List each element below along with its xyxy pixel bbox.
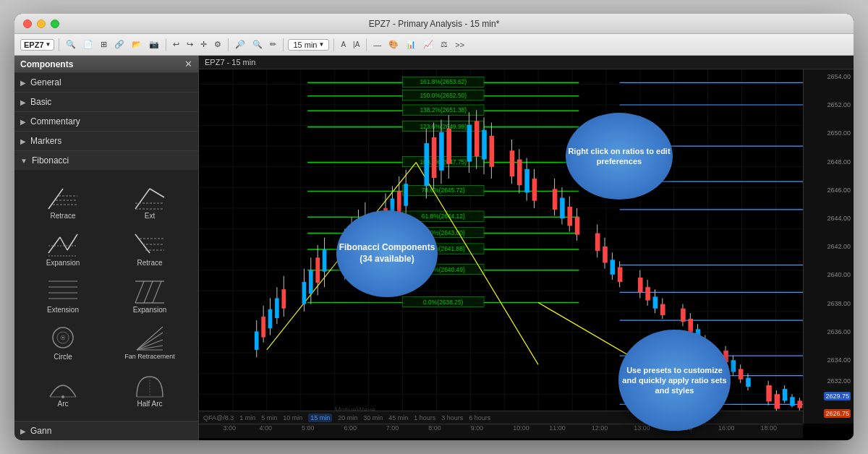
svg-rect-197 bbox=[645, 287, 650, 300]
time-600: 6:00 bbox=[344, 424, 357, 432]
commentary-section: ▶ Commentary bbox=[14, 112, 198, 132]
time-500: 5:00 bbox=[302, 424, 315, 432]
draw-button[interactable]: ✏ bbox=[268, 38, 278, 51]
time-1800: 18:00 bbox=[761, 424, 778, 432]
redo-button[interactable]: ↪ bbox=[184, 38, 195, 51]
fib-ext1-item[interactable]: Ext bbox=[107, 179, 192, 224]
symbol-selector[interactable]: EPZ7 ▼ bbox=[20, 39, 54, 51]
chart-area[interactable]: EPZ7 - 15 min bbox=[199, 56, 854, 440]
svg-rect-157 bbox=[432, 137, 437, 178]
fib-circle-icon bbox=[47, 324, 79, 351]
general-header[interactable]: ▶ General bbox=[14, 73, 198, 92]
price-2652: 2652.00 bbox=[827, 101, 851, 108]
sidebar-close-button[interactable]: ✕ bbox=[184, 59, 192, 69]
fib-extension-item[interactable]: Extension bbox=[20, 273, 106, 318]
svg-rect-155 bbox=[424, 143, 429, 186]
right-click-callout-text: Right click on ratios to edit preference… bbox=[566, 146, 673, 167]
symbol-label: EPZ7 bbox=[24, 40, 44, 49]
bottom-30min: 30 min bbox=[363, 414, 383, 421]
layout-button[interactable]: ⊞ bbox=[98, 38, 109, 51]
price-2640: 2640.00 bbox=[827, 271, 851, 278]
open-button[interactable]: 📂 bbox=[129, 38, 144, 51]
fib-circle-item[interactable]: Circle bbox=[20, 320, 106, 365]
svg-line-0 bbox=[48, 189, 63, 209]
minimize-button[interactable] bbox=[37, 20, 46, 28]
gann-label: Gann bbox=[30, 426, 51, 436]
fib-retrace1-item[interactable]: Retrace bbox=[20, 179, 106, 224]
camera-button[interactable]: 📷 bbox=[147, 38, 161, 51]
svg-line-23 bbox=[153, 281, 161, 303]
markers-header[interactable]: ▶ Markers bbox=[14, 132, 198, 150]
svg-point-36 bbox=[61, 395, 64, 398]
fibonacci-callout-text: Fibonacci Components(34 available) bbox=[339, 242, 435, 265]
symbol-dropdown-icon: ▼ bbox=[46, 41, 51, 48]
svg-line-9 bbox=[60, 237, 67, 250]
fib-expansion2-icon bbox=[134, 277, 166, 304]
zoom-in-button[interactable]: 🔎 bbox=[233, 38, 247, 51]
svg-line-22 bbox=[144, 281, 153, 303]
title-bar: EPZ7 - Primary Analysis - 15 min* bbox=[14, 14, 854, 34]
search-button[interactable]: 🔍 bbox=[64, 38, 78, 51]
fibonacci-header[interactable]: ▼ Fibonacci bbox=[14, 151, 198, 170]
svg-rect-205 bbox=[688, 319, 693, 332]
undo-button[interactable]: ↩ bbox=[171, 38, 182, 51]
fib-half-arc-item[interactable]: Half Arc bbox=[107, 367, 192, 412]
fib-half-arc-label: Half Arc bbox=[137, 400, 162, 408]
fib-arc-item[interactable]: Arc bbox=[20, 367, 106, 412]
toolbar-sep-1 bbox=[59, 38, 59, 51]
basic-section: ▶ Basic bbox=[14, 93, 198, 112]
basic-header[interactable]: ▶ Basic bbox=[14, 93, 198, 111]
time-700: 7:00 bbox=[386, 424, 399, 432]
more-button[interactable]: >> bbox=[453, 39, 467, 51]
link-button[interactable]: 🔗 bbox=[112, 38, 127, 51]
color-button[interactable]: 🎨 bbox=[386, 38, 401, 51]
svg-rect-169 bbox=[490, 136, 495, 167]
timeframe-dropdown-icon: ▼ bbox=[318, 41, 324, 48]
fib-expansion1-icon bbox=[47, 230, 79, 257]
settings-button[interactable]: ⚙ bbox=[212, 38, 224, 51]
fib-retrace2-item[interactable]: Retrace bbox=[107, 226, 192, 271]
new-chart-button[interactable]: 📄 bbox=[81, 38, 95, 51]
svg-rect-151 bbox=[397, 191, 401, 213]
svg-rect-123 bbox=[261, 317, 265, 338]
crosshair-button[interactable]: ✛ bbox=[198, 38, 209, 51]
toolbar-sep-3 bbox=[228, 38, 229, 51]
svg-line-10 bbox=[67, 234, 77, 250]
indicator-button[interactable]: 📈 bbox=[421, 38, 435, 51]
zoom-out-button[interactable]: 🔍 bbox=[250, 38, 265, 51]
components-sidebar: Components ✕ ▶ General ▶ Basic bbox=[14, 56, 199, 440]
gann-header[interactable]: ▶ Gann bbox=[14, 421, 198, 440]
chart-canvas: 161.8%(2653.62) 150.0%(2652.50) 138.2%(2… bbox=[199, 69, 854, 438]
fib-expansion2-label: Expansion bbox=[133, 306, 167, 314]
svg-text:0.0%(2638.25): 0.0%(2638.25) bbox=[423, 298, 463, 305]
price-2626-highlight: 2626.75 bbox=[824, 409, 851, 418]
svg-rect-129 bbox=[281, 289, 286, 309]
close-button[interactable] bbox=[23, 20, 32, 28]
timeframe-selector[interactable]: 15 min ▼ bbox=[288, 39, 329, 51]
font-button[interactable]: A bbox=[339, 39, 348, 50]
price-2642: 2642.00 bbox=[827, 243, 851, 250]
svg-rect-133 bbox=[309, 270, 313, 294]
svg-rect-191 bbox=[610, 260, 616, 274]
maximize-button[interactable] bbox=[51, 20, 59, 28]
fibonacci-grid: Retrace bbox=[17, 176, 195, 415]
svg-rect-217 bbox=[746, 378, 751, 387]
fib-expansion2-item[interactable]: Expansion bbox=[107, 273, 192, 318]
commentary-arrow: ▶ bbox=[20, 118, 26, 126]
compare-button[interactable]: ⚖ bbox=[438, 38, 450, 51]
fib-fan-item[interactable]: Fan Retracement bbox=[107, 320, 192, 365]
text-size-button[interactable]: |A bbox=[351, 39, 362, 50]
chart-type-button[interactable]: 📊 bbox=[404, 38, 418, 51]
bottom-15min: 15 min bbox=[308, 414, 332, 422]
fib-expansion1-item[interactable]: Expansion bbox=[20, 226, 106, 271]
price-2634: 2634.00 bbox=[827, 356, 851, 364]
fibonacci-callout: Fibonacci Components(34 available) bbox=[336, 210, 438, 297]
toolbar-sep-2 bbox=[166, 38, 166, 51]
svg-text:78.6%(2645.72): 78.6%(2645.72) bbox=[422, 187, 465, 194]
bottom-5min: 5 min bbox=[261, 414, 277, 421]
commentary-header[interactable]: ▶ Commentary bbox=[14, 112, 198, 131]
line-style-button[interactable]: — bbox=[371, 39, 383, 51]
svg-rect-185 bbox=[575, 217, 580, 235]
svg-rect-195 bbox=[638, 278, 643, 292]
time-axis: 3:00 4:00 5:00 6:00 7:00 8:00 9:00 10:00… bbox=[199, 424, 803, 438]
